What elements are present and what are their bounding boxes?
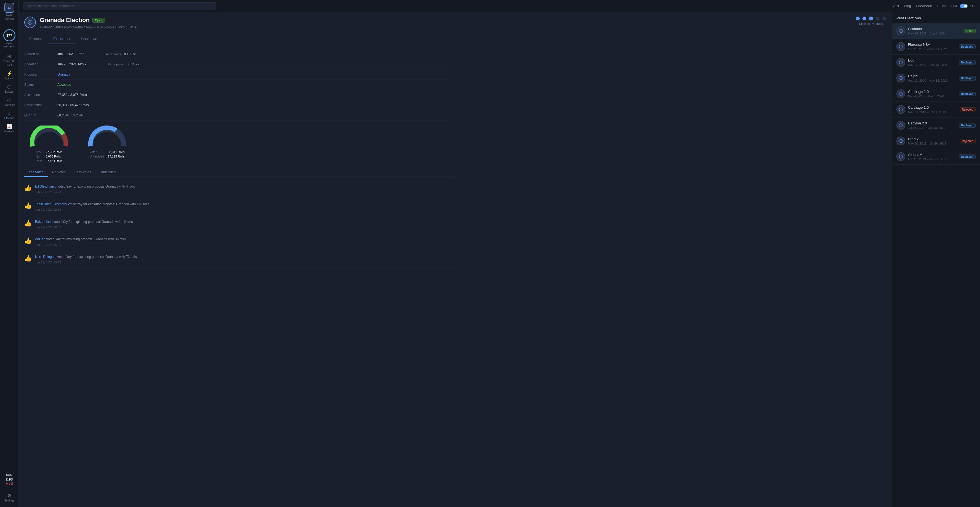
legend-no: No 3,075 Rolls — [36, 155, 62, 158]
past-election-badge-5: Rejected — [959, 107, 975, 112]
app-logo: TZ — [5, 3, 14, 13]
vote-item-2: 👍 BakerIsland voted Yay for exploring pr… — [24, 216, 455, 234]
usd-change: -0.1 % — [5, 482, 13, 485]
past-election-badge-2: Deployed — [959, 60, 975, 65]
legend-pass: Pass 27,884 Rolls — [36, 159, 62, 162]
proposal-value[interactable]: Granada — [57, 73, 70, 76]
info-row-participation: Participation 58,311 / 85,426 Rolls — [24, 100, 450, 110]
search-input[interactable] — [23, 2, 216, 10]
sidebar-item-protocols[interactable]: ◎ Protocols — [0, 95, 19, 109]
protocols-icon: ◎ — [7, 98, 11, 103]
past-election-dates-1: Feb 28, 2021 – May 11, 2021 — [908, 48, 956, 51]
past-election-name-2: Edo — [908, 58, 956, 62]
protocols-label: Protocols — [3, 103, 15, 106]
past-election-dates-4: Dec 4, 2019 – Mar 5, 2020 — [908, 95, 956, 98]
ended-label: Ended on — [24, 62, 57, 66]
past-election-dates-7: May 30, 2019 – Jul 16, 2019 — [908, 142, 957, 145]
exploration-right — [455, 49, 886, 269]
vote-actor-4[interactable]: Norn Delegate — [35, 255, 56, 259]
vote-actor-0[interactable]: tz1Qhnd..xnyb — [35, 184, 56, 188]
started-label: Started on — [24, 52, 57, 56]
past-election-item-5[interactable]: Carthage 1.0 Nov 10, 2019 – Dec 4, 2019 … — [892, 102, 980, 118]
blog-link[interactable]: Blog — [904, 4, 911, 8]
settings-label: Settings — [4, 499, 14, 502]
sidebar-item-bakers[interactable]: ⬡ Bakers — [0, 82, 19, 95]
past-election-item-3[interactable]: Delphi Aug 12, 2020 – Nov 12, 2020 Deplo… — [892, 70, 980, 86]
exploration-left: Started on Jun 9, 2021 03:27 Acceptance … — [24, 49, 455, 269]
thumbs-up-3: 👍 — [24, 237, 32, 245]
quorum-pct: .25% / 53.26% — [61, 113, 83, 117]
progress-area: Election Progress — [856, 17, 886, 25]
participation-chart: Voted 58,311 Rolls Undecided 27,115 Roll… — [88, 126, 126, 158]
election-page-title: Granada Election — [40, 17, 90, 24]
vote-actor-1[interactable]: Tessellated Geometry — [35, 202, 67, 206]
progress-dot-1 — [856, 17, 860, 21]
block-label: Block — [6, 64, 13, 67]
past-election-name-3: Delphi — [908, 74, 956, 78]
content-area: Granada Election Open PtGRANADsDU8R9daYK… — [19, 12, 980, 507]
vote-tab-yes[interactable]: Yes Votes — [24, 168, 48, 177]
info-row-status: Status Accepted — [24, 80, 450, 90]
sidebar-item-settings[interactable]: ⚙ Settings — [0, 491, 19, 504]
acceptance-pct-label: Acceptance — [106, 52, 122, 56]
past-election-item-1[interactable]: Florence NBA Feb 28, 2021 – May 11, 2021… — [892, 39, 980, 55]
sidebar-item-block[interactable]: ⊞ 1,546,806 Block — [0, 52, 19, 69]
toggle-track[interactable] — [960, 4, 967, 8]
tab-cooldown[interactable]: Cooldown — [76, 34, 102, 44]
past-election-item-0[interactable]: Granada May 25, 2021 – Aug 6, 2021 Open — [892, 23, 980, 39]
legend-voted: Voted 58,311 Rolls — [89, 150, 124, 154]
past-election-item-6[interactable]: Babylon 2.0 Jul 16, 2019 – Oct 18, 2019 … — [892, 118, 980, 133]
vote-tab-no[interactable]: No Votes — [48, 168, 70, 177]
pass-label: Pass — [36, 159, 44, 162]
progress-dot-4 — [876, 17, 880, 21]
acceptance-value: 27,352 / 3,075 Rolls — [57, 93, 87, 97]
copy-hash-icon[interactable]: ⎘ — [135, 25, 137, 30]
past-election-icon-8 — [896, 152, 905, 161]
past-election-item-7[interactable]: Brest A May 30, 2019 – Jul 16, 2019 Reje… — [892, 133, 980, 149]
vote-tab-pass[interactable]: Pass Votes — [70, 168, 95, 177]
settings-icon: ⚙ — [7, 493, 11, 498]
vote-tab-undecided[interactable]: Undecided — [95, 168, 120, 177]
yes-label: Yes — [36, 150, 44, 154]
past-election-icon-4 — [896, 89, 905, 98]
svg-point-4 — [899, 76, 902, 80]
sidebar-item-election[interactable]: ○ Election — [0, 109, 19, 122]
progress-dots — [856, 17, 886, 21]
tab-exploration[interactable]: Exploration — [48, 34, 76, 44]
tab-proposal[interactable]: Proposal — [24, 34, 48, 44]
past-election-item-8[interactable]: Athens A Feb 25, 2019 – May 30, 2019 Dep… — [892, 149, 980, 165]
svg-point-9 — [899, 155, 902, 158]
feedback-link[interactable]: Feedback — [916, 4, 932, 8]
past-election-name-7: Brest A — [908, 137, 957, 141]
sidebar-item-activity[interactable]: ⚡ Activity — [0, 69, 19, 82]
past-election-item-4[interactable]: Carthage 2.0 Dec 4, 2019 – Mar 5, 2020 D… — [892, 86, 980, 102]
started-value: Jun 9, 2021 03:27 — [57, 52, 84, 56]
thumbs-up-1: 👍 — [24, 202, 32, 209]
guide-link[interactable]: Guide — [937, 4, 947, 8]
vote-item-4: 👍 Norn Delegate voted Yay for exploring … — [24, 251, 455, 269]
legend-yes: Yes 27,352 Rolls — [36, 150, 62, 154]
sidebar-item-markets[interactable]: 📈 Markets — [0, 122, 19, 135]
past-election-info-5: Carthage 1.0 Nov 10, 2019 – Dec 4, 2019 — [908, 105, 957, 114]
thumbs-up-2: 👍 — [24, 220, 32, 227]
block-icon: ⊞ — [7, 54, 11, 59]
cycle-badge: 377 — [3, 29, 16, 41]
past-election-info-0: Granada May 25, 2021 – Aug 6, 2021 — [908, 27, 961, 35]
participation-pct-value: 68.25 % — [127, 62, 139, 66]
no-rolls: 3,075 Rolls — [46, 155, 61, 158]
sidebar: TZ Stats Mainnet 377 Cycle +1d 43min ⊞ 1… — [0, 0, 19, 507]
api-link[interactable]: API — [893, 4, 899, 8]
acceptance-svg — [30, 126, 68, 148]
past-election-name-6: Babylon 2.0 — [908, 121, 956, 125]
past-election-badge-4: Deployed — [959, 92, 975, 96]
network-label: Mainnet — [5, 17, 14, 20]
ended-value: Jun 23, 2021 14:55 — [57, 62, 86, 66]
currency-toggle[interactable]: USD XTZ — [951, 4, 975, 8]
vote-item-3: 👍 AirGap voted Yay for exploring proposa… — [24, 234, 455, 251]
vote-action-2: voted Yay for exploring proposal Granada… — [54, 220, 133, 224]
hash-row: PtGRANADsDU8R9daYKAGwNQYAJ64omN1o3KMGVCy… — [40, 25, 852, 30]
quorum-value: 68.25% / 53.26% — [57, 113, 83, 117]
vote-actor-2[interactable]: BakerIsland — [35, 220, 52, 224]
vote-actor-3[interactable]: AirGap — [35, 237, 45, 241]
past-election-item-2[interactable]: Edo Nov 12, 2020 – Feb 13, 2021 Deployed — [892, 55, 980, 70]
